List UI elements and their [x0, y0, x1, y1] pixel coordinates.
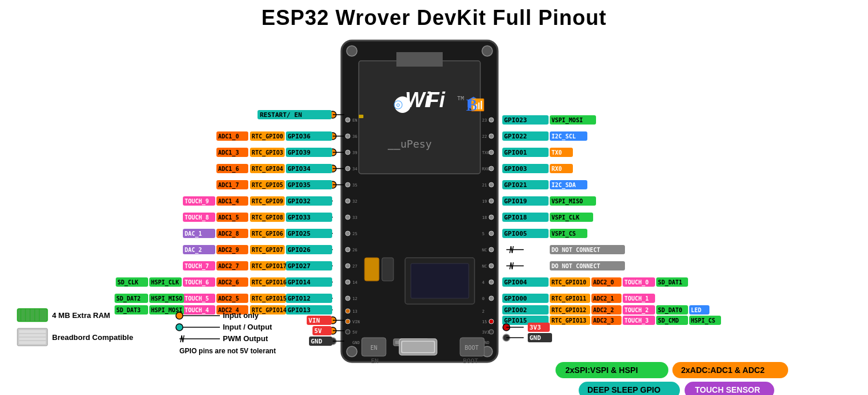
- svg-rect-248: [550, 229, 587, 238]
- svg-text:GPIO35: GPIO35: [288, 181, 311, 189]
- svg-text:RESTART/ EN: RESTART/ EN: [260, 111, 302, 119]
- svg-text:5V: 5V: [352, 330, 358, 335]
- svg-text:ADC2_8: ADC2_8: [218, 231, 239, 237]
- svg-text:📶: 📶: [470, 98, 485, 112]
- svg-text:TM: TM: [457, 96, 464, 102]
- svg-rect-170: [286, 277, 332, 287]
- svg-rect-82: [362, 338, 386, 356]
- svg-text:GPIO14: GPIO14: [288, 279, 311, 286]
- svg-rect-87: [401, 341, 435, 353]
- svg-rect-130: [286, 196, 332, 206]
- svg-text:13: 13: [352, 309, 357, 314]
- svg-rect-302: [528, 333, 552, 342]
- svg-text:Breadbord Compatible: Breadbord Compatible: [52, 333, 133, 342]
- svg-rect-268: [591, 294, 621, 303]
- svg-point-45: [489, 330, 494, 334]
- svg-rect-326: [556, 362, 668, 378]
- svg-rect-226: [502, 148, 549, 157]
- svg-rect-182: [286, 294, 332, 303]
- svg-rect-202: [149, 305, 184, 314]
- svg-text:RTC_GPIO6: RTC_GPIO6: [252, 231, 283, 237]
- svg-text:DAC_1: DAC_1: [185, 231, 202, 237]
- svg-text:DAC_2: DAC_2: [185, 247, 202, 254]
- svg-text:ADC2_7: ADC2_7: [218, 263, 239, 270]
- svg-text:ADC2_2: ADC2_2: [593, 307, 614, 314]
- svg-text:ADC1_6: ADC1_6: [218, 166, 239, 173]
- svg-rect-332: [685, 382, 774, 395]
- svg-text:GPIO03: GPIO03: [504, 165, 527, 173]
- svg-rect-278: [623, 305, 655, 314]
- svg-rect-168: [183, 261, 215, 270]
- svg-text:GPIO21: GPIO21: [504, 181, 527, 189]
- svg-text:EN: EN: [352, 118, 357, 123]
- svg-rect-218: [502, 115, 549, 125]
- svg-text:DEEP SLEEP GPIO: DEEP SLEEP GPIO: [587, 385, 660, 394]
- svg-rect-236: [550, 180, 587, 189]
- svg-rect-85: [395, 341, 426, 344]
- pinout-diagram: Wi Fi ⬤ ⦾ TM ⬢ 📶 B ⎯⎯uPesy: [0, 32, 868, 395]
- svg-rect-180: [116, 277, 148, 287]
- svg-point-206: [329, 317, 336, 324]
- svg-rect-264: [502, 294, 549, 303]
- svg-rect-48: [405, 258, 475, 304]
- svg-text:⬤: ⬤: [393, 96, 411, 114]
- svg-text:GPIO25: GPIO25: [288, 230, 311, 237]
- svg-rect-304: [17, 309, 47, 321]
- svg-text:HSPI_CS: HSPI_CS: [691, 317, 715, 324]
- svg-text:3V3: 3V3: [529, 324, 541, 331]
- svg-rect-88: [402, 342, 434, 352]
- svg-rect-256: [550, 277, 590, 287]
- svg-text:ADC1_4: ADC1_4: [218, 198, 239, 205]
- svg-text:GPIO01: GPIO01: [504, 149, 527, 156]
- svg-rect-204: [115, 305, 148, 314]
- svg-point-35: [489, 166, 494, 171]
- svg-text:VIN: VIN: [352, 320, 360, 324]
- svg-text:⬢: ⬢: [466, 96, 480, 114]
- svg-text:GPIO00: GPIO00: [504, 295, 527, 302]
- page-title: ESP32 Wrover DevKit Full Pinout: [0, 0, 868, 30]
- svg-rect-280: [656, 305, 688, 314]
- svg-point-43: [489, 296, 494, 301]
- svg-text:RTC_GPIO7: RTC_GPIO7: [252, 247, 283, 254]
- svg-text:RTC_GPIO14: RTC_GPIO14: [252, 307, 286, 314]
- svg-text:DO NOT CONNECT: DO NOT CONNECT: [551, 263, 600, 269]
- svg-rect-111: [216, 148, 248, 157]
- svg-rect-216: [309, 337, 332, 346]
- svg-text:NC: NC: [482, 264, 487, 269]
- svg-rect-117: [250, 164, 285, 173]
- svg-rect-127: [216, 180, 248, 189]
- svg-point-20: [345, 166, 350, 171]
- svg-rect-136: [183, 196, 215, 206]
- svg-point-27: [345, 280, 350, 284]
- svg-text:RTC_GPIO16: RTC_GPIO16: [252, 279, 286, 286]
- svg-text:GPIO36: GPIO36: [288, 133, 311, 140]
- svg-text:GPIO33: GPIO33: [288, 214, 311, 221]
- svg-point-2: [482, 46, 492, 56]
- svg-point-18: [345, 134, 350, 138]
- svg-text:35: 35: [352, 183, 357, 188]
- svg-rect-286: [550, 316, 590, 325]
- svg-rect-16: [359, 115, 363, 118]
- svg-text:19: 19: [482, 199, 487, 204]
- svg-rect-200: [183, 305, 215, 314]
- svg-rect-282: [689, 305, 709, 314]
- svg-text:VSPI_CS: VSPI_CS: [551, 231, 576, 237]
- svg-text:⦾: ⦾: [393, 99, 403, 112]
- svg-text:32: 32: [352, 199, 357, 204]
- svg-point-39: [489, 231, 494, 236]
- svg-text:TX0: TX0: [482, 151, 490, 155]
- svg-text:4 MB Extra RAM: 4 MB Extra RAM: [52, 311, 110, 320]
- svg-text:5: 5: [482, 232, 484, 236]
- svg-rect-196: [250, 305, 286, 314]
- svg-text:I2C_SDA: I2C_SDA: [551, 182, 576, 189]
- svg-text:TOUCH SENSOR: TOUCH SENSOR: [695, 385, 760, 394]
- svg-rect-138: [286, 213, 332, 222]
- svg-text:TOUCH_9: TOUCH_9: [185, 198, 209, 205]
- svg-rect-244: [550, 213, 593, 222]
- svg-rect-107: [286, 148, 332, 157]
- svg-text:VSPI_MISO: VSPI_MISO: [551, 198, 583, 205]
- svg-text:GPIO13: GPIO13: [288, 306, 311, 314]
- svg-text:RTC_GPIO4: RTC_GPIO4: [252, 166, 283, 173]
- svg-rect-311: [17, 328, 47, 346]
- svg-rect-0: [341, 41, 498, 362]
